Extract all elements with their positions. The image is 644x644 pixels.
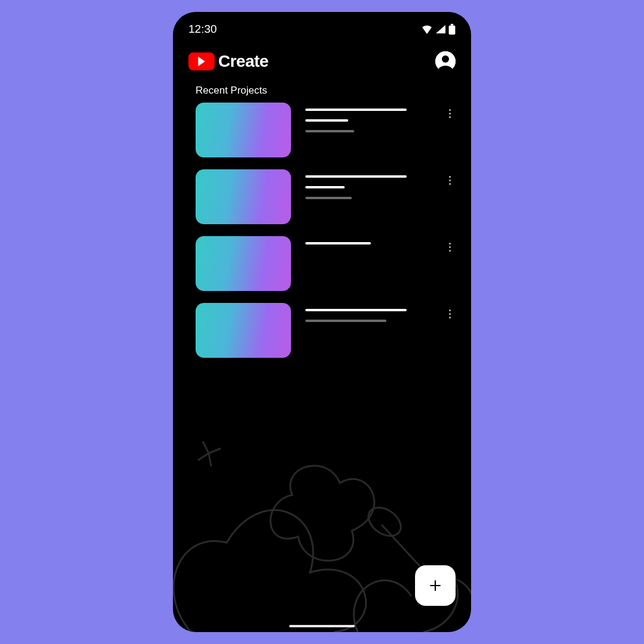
phone-frame: 12:30 (173, 12, 471, 632)
project-thumbnail (196, 303, 291, 358)
project-meta (305, 236, 456, 244)
project-meta (305, 169, 456, 199)
status-time: 12:30 (188, 23, 217, 36)
project-meta (305, 103, 456, 132)
project-detail-placeholder (305, 197, 352, 199)
project-meta (305, 303, 456, 322)
home-indicator (289, 625, 355, 627)
project-title-placeholder (305, 309, 407, 311)
status-bar: 12:30 (173, 12, 471, 38)
project-row[interactable] (196, 169, 456, 224)
project-title-placeholder (305, 109, 407, 111)
svg-point-4 (363, 501, 406, 541)
new-project-fab[interactable] (415, 565, 456, 606)
app-brand[interactable]: Create (188, 52, 268, 71)
youtube-play-icon (188, 52, 215, 70)
recent-projects-title: Recent Projects (173, 78, 471, 103)
svg-rect-1 (451, 24, 454, 26)
project-thumbnail (196, 169, 291, 224)
project-title-placeholder (305, 175, 407, 178)
wifi-icon (421, 24, 433, 34)
account-circle-icon (435, 51, 456, 72)
more-vert-icon (449, 179, 451, 181)
project-more-button[interactable] (442, 106, 457, 120)
project-detail-placeholder (305, 320, 386, 322)
more-vert-icon (449, 246, 451, 248)
project-subtitle-placeholder (305, 119, 348, 122)
plus-icon (428, 578, 443, 593)
project-subtitle-placeholder (305, 186, 345, 188)
battery-icon (448, 24, 456, 35)
project-more-button[interactable] (442, 173, 457, 187)
cell-signal-icon (435, 24, 446, 34)
project-row[interactable] (196, 303, 456, 358)
project-detail-placeholder (305, 130, 354, 132)
svg-point-3 (442, 55, 449, 63)
brand-text: Create (218, 52, 268, 71)
svg-rect-0 (449, 26, 456, 35)
project-row[interactable] (196, 103, 456, 157)
project-thumbnail (196, 103, 291, 157)
project-more-button[interactable] (442, 240, 457, 254)
account-button[interactable] (435, 51, 456, 72)
project-row[interactable] (196, 236, 456, 291)
project-list (173, 103, 471, 358)
app-header: Create (173, 38, 471, 78)
project-thumbnail (196, 236, 291, 291)
project-more-button[interactable] (442, 306, 457, 321)
project-title-placeholder (305, 242, 371, 244)
status-icons (421, 24, 456, 35)
more-vert-icon (449, 313, 451, 315)
more-vert-icon (449, 113, 451, 114)
